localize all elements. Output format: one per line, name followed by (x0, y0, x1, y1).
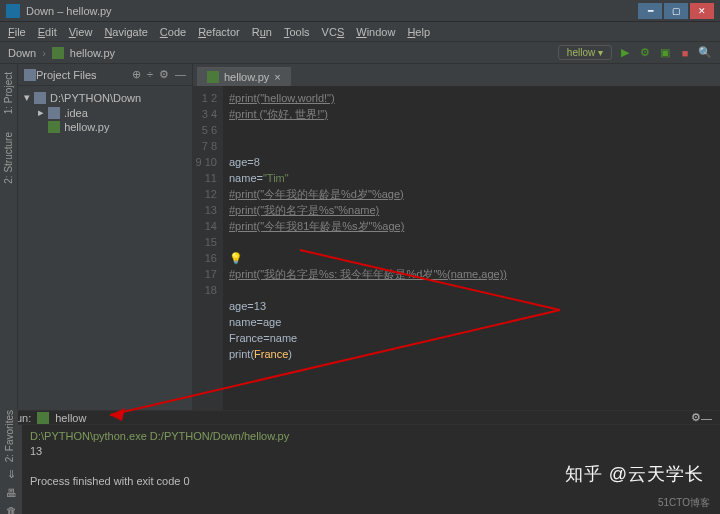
target-icon[interactable]: ⊕ (132, 68, 141, 81)
app-icon (6, 4, 20, 18)
editor-area: hellow.py × 1 2 3 4 5 6 7 8 9 10 11 12 1… (193, 64, 720, 410)
menu-help[interactable]: Help (407, 26, 430, 38)
close-button[interactable]: ✕ (690, 3, 714, 19)
menu-bar: File Edit View Navigate Code Refactor Ru… (0, 22, 720, 42)
chevron-right-icon: › (42, 47, 46, 59)
menu-vcs[interactable]: VCS (322, 26, 345, 38)
menu-edit[interactable]: Edit (38, 26, 57, 38)
hide-panel-icon[interactable]: — (175, 68, 186, 81)
watermark: 知乎 @云天学长 (565, 462, 704, 486)
breadcrumb-root[interactable]: Down (8, 47, 36, 59)
project-tree: ▾ D:\PYTHON\Down ▸ .idea hellow.py (18, 86, 192, 138)
watermark-small: 51CTO博客 (658, 496, 710, 510)
tree-file-hellow[interactable]: hellow.py (24, 120, 186, 134)
line-gutter: 1 2 3 4 5 6 7 8 9 10 11 12 13 14 15 16 1… (193, 86, 223, 410)
project-panel: Project Files ⊕ ÷ ⚙ — ▾ D:\PYTHON\Down ▸… (18, 64, 193, 410)
run-button[interactable]: ▶ (618, 46, 632, 60)
menu-file[interactable]: File (8, 26, 26, 38)
console-line: 13 (30, 444, 712, 459)
breadcrumb: Down › hellow.py (8, 47, 558, 59)
debug-button[interactable]: ⚙ (638, 46, 652, 60)
left-tool-strip: 1: Project 2: Structure (0, 64, 18, 410)
minimize-button[interactable]: ━ (638, 3, 662, 19)
hide-panel-icon[interactable]: — (701, 412, 712, 424)
console-path: D:\PYTHON\python.exe D:/PYTHON/Down/hell… (30, 429, 712, 444)
nav-toolbar: Down › hellow.py hellow ▾ ▶ ⚙ ▣ ■ 🔍 (0, 42, 720, 64)
code-content[interactable]: #print("hellow,world!") #print ("你好, 世界!… (223, 86, 720, 410)
tree-folder-idea[interactable]: ▸ .idea (24, 105, 186, 120)
search-icon[interactable]: 🔍 (698, 46, 712, 60)
window-title: Down – hellow.py (26, 5, 638, 17)
favorites-tool-tab[interactable]: 2: Favorites (4, 410, 15, 462)
menu-view[interactable]: View (69, 26, 93, 38)
tree-root[interactable]: ▾ D:\PYTHON\Down (24, 90, 186, 105)
project-tool-tab[interactable]: 1: Project (3, 72, 14, 114)
folder-icon (24, 69, 36, 81)
close-tab-icon[interactable]: × (274, 71, 280, 83)
gear-icon[interactable]: ⚙ (691, 411, 701, 424)
python-file-icon (207, 71, 219, 83)
project-header[interactable]: Project Files (36, 69, 132, 81)
python-file-icon (37, 412, 49, 424)
menu-run[interactable]: Run (252, 26, 272, 38)
python-file-icon (52, 47, 64, 59)
stop-button[interactable]: ■ (678, 46, 692, 60)
structure-tool-tab[interactable]: 2: Structure (3, 132, 14, 184)
maximize-button[interactable]: ▢ (664, 3, 688, 19)
collapse-icon[interactable]: ÷ (147, 68, 153, 81)
breadcrumb-file[interactable]: hellow.py (70, 47, 115, 59)
titlebar: Down – hellow.py ━ ▢ ✕ (0, 0, 720, 22)
menu-code[interactable]: Code (160, 26, 186, 38)
menu-window[interactable]: Window (356, 26, 395, 38)
menu-tools[interactable]: Tools (284, 26, 310, 38)
menu-navigate[interactable]: Navigate (104, 26, 147, 38)
print-icon[interactable]: 🖶 (6, 487, 17, 499)
intention-bulb-icon[interactable]: 💡 (229, 252, 243, 264)
trash-icon[interactable]: 🗑 (6, 505, 17, 514)
editor-tab-hellow[interactable]: hellow.py × (197, 67, 291, 86)
run-panel-config[interactable]: hellow (55, 412, 86, 424)
menu-refactor[interactable]: Refactor (198, 26, 240, 38)
run-config-dropdown[interactable]: hellow ▾ (558, 45, 612, 60)
run-with-coverage-button[interactable]: ▣ (658, 46, 672, 60)
code-editor[interactable]: 1 2 3 4 5 6 7 8 9 10 11 12 13 14 15 16 1… (193, 86, 720, 410)
gear-icon[interactable]: ⚙ (159, 68, 169, 81)
